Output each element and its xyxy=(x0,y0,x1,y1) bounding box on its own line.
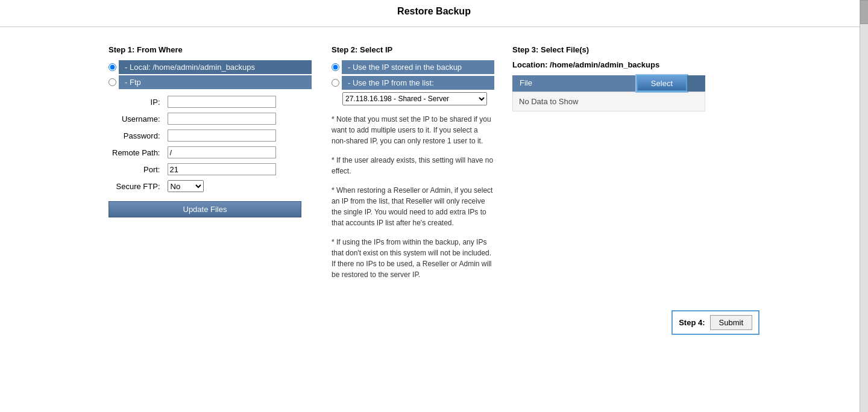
select-button[interactable]: Select xyxy=(637,75,687,92)
ftp-radio[interactable] xyxy=(108,78,116,86)
port-input[interactable] xyxy=(168,163,276,175)
step2-panel: Step 2: Select IP - Use the IP stored in… xyxy=(332,45,512,280)
remote-path-input[interactable] xyxy=(168,146,276,158)
step3-panel: Step 3: Select File(s) Location: /home/a… xyxy=(512,45,760,280)
location-prefix: Location: xyxy=(512,60,550,69)
step1-bold: From Where xyxy=(137,45,183,54)
page-title: Restore Backup xyxy=(0,0,868,27)
password-label: Password: xyxy=(110,128,164,143)
ip-dropdown-container: 27.118.16.198 - Shared - Server xyxy=(342,92,494,105)
ip-option2-row[interactable]: - Use the IP from the list: xyxy=(332,76,494,90)
step1-prefix: Step 1: xyxy=(108,45,137,54)
step2-note4: * If using the IPs from within the backu… xyxy=(332,237,494,280)
username-input[interactable] xyxy=(168,113,276,125)
location-value: /home/admin/admin_backups xyxy=(550,60,659,69)
step2-note2: * If the user already exists, this setti… xyxy=(332,155,494,176)
ip-stored-bar: - Use the IP stored in the backup xyxy=(342,60,494,74)
main-content: Step 1: From Where - Local: /home/admin/… xyxy=(0,39,868,286)
submit-button[interactable]: Submit xyxy=(710,315,752,330)
page-wrapper: Restore Backup Step 1: From Where - Loca… xyxy=(0,0,868,347)
port-label: Port: xyxy=(110,161,164,177)
secure-ftp-select[interactable]: No Yes xyxy=(168,180,204,192)
step2-note1: * Note that you must set the IP to be sh… xyxy=(332,114,494,146)
ip-stored-radio[interactable] xyxy=(332,63,339,71)
step2-bold: Select IP xyxy=(360,45,392,54)
ip-input[interactable] xyxy=(168,96,276,108)
update-files-button[interactable]: Update Files xyxy=(108,201,301,217)
local-radio-option[interactable]: - Local: /home/admin/admin_backups xyxy=(108,60,313,74)
ip-row: IP: xyxy=(110,94,278,110)
step1-panel: Step 1: From Where - Local: /home/admin/… xyxy=(108,45,332,280)
step3-bold: Select File(s) xyxy=(541,45,589,54)
remote-path-label: Remote Path: xyxy=(110,145,164,160)
ip-option1-row[interactable]: - Use the IP stored in the backup xyxy=(332,60,494,74)
ftp-radio-option[interactable]: - Ftp xyxy=(108,75,313,89)
ftp-form-table: IP: Username: Password: Remote Path: Por… xyxy=(108,93,280,195)
step2-note3: * When restoring a Reseller or Admin, if… xyxy=(332,185,494,228)
step2-prefix: Step 2: xyxy=(332,45,360,54)
step2-header: Step 2: Select IP xyxy=(332,45,494,54)
secure-ftp-row: Secure FTP: No Yes xyxy=(110,178,278,194)
scrollbar[interactable] xyxy=(860,0,868,347)
step4-container: Step 4: Submit xyxy=(671,310,760,335)
step3-prefix: Step 3: xyxy=(512,45,541,54)
ip-list-bar: - Use the IP from the list: xyxy=(342,76,494,90)
ip-label: IP: xyxy=(110,94,164,110)
step4-label: Step 4: xyxy=(679,318,705,327)
local-radio[interactable] xyxy=(108,63,116,71)
ip-list-radio[interactable] xyxy=(332,79,339,87)
ftp-label-bar: - Ftp xyxy=(119,75,312,89)
no-data-message: No Data to Show xyxy=(512,92,705,111)
file-col-header: File xyxy=(512,75,637,92)
password-input[interactable] xyxy=(168,130,276,142)
file-header-row: File Select xyxy=(512,75,705,92)
username-label: Username: xyxy=(110,111,164,126)
remote-path-row: Remote Path: xyxy=(110,145,278,160)
location-text: Location: /home/admin/admin_backups xyxy=(512,60,760,69)
step3-header: Step 3: Select File(s) xyxy=(512,45,760,54)
local-label-bar: - Local: /home/admin/admin_backups xyxy=(119,60,312,74)
password-row: Password: xyxy=(110,128,278,143)
port-row: Port: xyxy=(110,161,278,177)
select-extra-bar xyxy=(687,75,705,92)
step4-area: Step 4: Submit xyxy=(0,298,868,347)
scrollbar-thumb[interactable] xyxy=(860,0,868,24)
secure-ftp-label: Secure FTP: xyxy=(110,178,164,194)
step1-header: Step 1: From Where xyxy=(108,45,313,54)
ip-dropdown-select[interactable]: 27.118.16.198 - Shared - Server xyxy=(342,92,487,105)
username-row: Username: xyxy=(110,111,278,126)
